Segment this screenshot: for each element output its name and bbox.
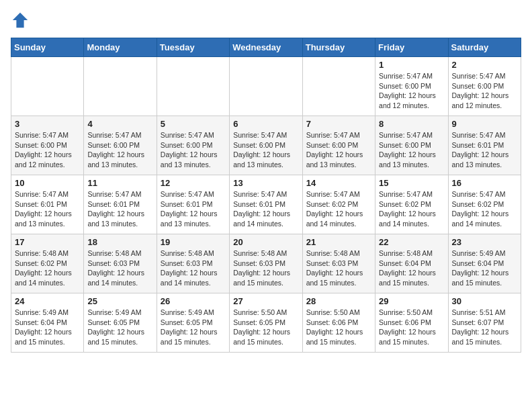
day-info: Sunrise: 5:47 AM Sunset: 6:01 PM Dayligh… — [87, 189, 152, 229]
day-number: 28 — [306, 296, 371, 306]
day-info: Sunrise: 5:47 AM Sunset: 6:00 PM Dayligh… — [379, 130, 444, 170]
day-cell: 7Sunrise: 5:47 AM Sunset: 6:00 PM Daylig… — [302, 116, 375, 175]
logo-icon — [11, 11, 30, 30]
day-number: 3 — [15, 119, 80, 129]
day-number: 30 — [452, 296, 517, 306]
day-info: Sunrise: 5:51 AM Sunset: 6:07 PM Dayligh… — [452, 308, 517, 347]
day-number: 1 — [379, 60, 444, 70]
day-info: Sunrise: 5:48 AM Sunset: 6:03 PM Dayligh… — [161, 248, 226, 288]
day-number: 14 — [306, 178, 371, 188]
weekday-header-thursday: Thursday — [302, 38, 375, 57]
week-row-3: 10Sunrise: 5:47 AM Sunset: 6:01 PM Dayli… — [11, 175, 521, 234]
day-info: Sunrise: 5:47 AM Sunset: 6:01 PM Dayligh… — [161, 189, 226, 229]
day-info: Sunrise: 5:49 AM Sunset: 6:05 PM Dayligh… — [87, 308, 152, 347]
day-number: 11 — [87, 178, 152, 188]
day-number: 29 — [379, 296, 444, 306]
day-number: 22 — [379, 237, 444, 247]
day-number: 6 — [233, 119, 298, 129]
calendar-body: 1Sunrise: 5:47 AM Sunset: 6:00 PM Daylig… — [11, 57, 521, 353]
day-info: Sunrise: 5:48 AM Sunset: 6:04 PM Dayligh… — [379, 248, 444, 288]
day-cell: 22Sunrise: 5:48 AM Sunset: 6:04 PM Dayli… — [375, 234, 448, 293]
day-cell: 4Sunrise: 5:47 AM Sunset: 6:00 PM Daylig… — [84, 116, 157, 175]
day-cell: 3Sunrise: 5:47 AM Sunset: 6:00 PM Daylig… — [11, 116, 84, 175]
day-cell: 20Sunrise: 5:48 AM Sunset: 6:03 PM Dayli… — [230, 234, 302, 293]
day-info: Sunrise: 5:48 AM Sunset: 6:03 PM Dayligh… — [87, 248, 152, 288]
logo — [11, 11, 32, 30]
day-cell: 2Sunrise: 5:47 AM Sunset: 6:00 PM Daylig… — [448, 57, 521, 116]
day-number: 27 — [233, 296, 298, 306]
week-row-4: 17Sunrise: 5:48 AM Sunset: 6:02 PM Dayli… — [11, 234, 521, 293]
day-info: Sunrise: 5:50 AM Sunset: 6:06 PM Dayligh… — [306, 308, 371, 347]
day-info: Sunrise: 5:48 AM Sunset: 6:02 PM Dayligh… — [15, 248, 80, 288]
week-row-2: 3Sunrise: 5:47 AM Sunset: 6:00 PM Daylig… — [11, 116, 521, 175]
day-number: 17 — [15, 237, 80, 247]
day-info: Sunrise: 5:48 AM Sunset: 6:03 PM Dayligh… — [306, 248, 371, 288]
day-number: 7 — [306, 119, 371, 129]
weekday-header-wednesday: Wednesday — [230, 38, 302, 57]
day-number: 8 — [379, 119, 444, 129]
day-cell — [230, 57, 302, 116]
day-number: 26 — [161, 296, 226, 306]
day-number: 23 — [452, 237, 517, 247]
day-cell: 30Sunrise: 5:51 AM Sunset: 6:07 PM Dayli… — [448, 293, 521, 353]
day-cell: 6Sunrise: 5:47 AM Sunset: 6:00 PM Daylig… — [230, 116, 302, 175]
day-cell: 26Sunrise: 5:49 AM Sunset: 6:05 PM Dayli… — [157, 293, 229, 353]
day-number: 15 — [379, 178, 444, 188]
day-number: 9 — [452, 119, 517, 129]
day-cell: 21Sunrise: 5:48 AM Sunset: 6:03 PM Dayli… — [302, 234, 375, 293]
day-info: Sunrise: 5:50 AM Sunset: 6:05 PM Dayligh… — [233, 308, 298, 347]
day-info: Sunrise: 5:49 AM Sunset: 6:05 PM Dayligh… — [161, 308, 226, 347]
day-info: Sunrise: 5:47 AM Sunset: 6:00 PM Dayligh… — [15, 130, 80, 170]
day-info: Sunrise: 5:47 AM Sunset: 6:01 PM Dayligh… — [452, 130, 517, 170]
day-number: 4 — [87, 119, 152, 129]
day-number: 21 — [306, 237, 371, 247]
day-cell: 13Sunrise: 5:47 AM Sunset: 6:01 PM Dayli… — [230, 175, 302, 234]
day-info: Sunrise: 5:47 AM Sunset: 6:00 PM Dayligh… — [452, 71, 517, 111]
day-number: 19 — [161, 237, 226, 247]
day-cell: 11Sunrise: 5:47 AM Sunset: 6:01 PM Dayli… — [84, 175, 157, 234]
day-info: Sunrise: 5:47 AM Sunset: 6:02 PM Dayligh… — [306, 189, 371, 229]
day-info: Sunrise: 5:47 AM Sunset: 6:00 PM Dayligh… — [233, 130, 298, 170]
week-row-1: 1Sunrise: 5:47 AM Sunset: 6:00 PM Daylig… — [11, 57, 521, 116]
day-info: Sunrise: 5:47 AM Sunset: 6:01 PM Dayligh… — [233, 189, 298, 229]
day-cell: 9Sunrise: 5:47 AM Sunset: 6:01 PM Daylig… — [448, 116, 521, 175]
weekday-header-friday: Friday — [375, 38, 448, 57]
day-number: 16 — [452, 178, 517, 188]
day-number: 13 — [233, 178, 298, 188]
weekday-header-sunday: Sunday — [11, 38, 84, 57]
day-info: Sunrise: 5:50 AM Sunset: 6:06 PM Dayligh… — [379, 308, 444, 347]
day-info: Sunrise: 5:47 AM Sunset: 6:02 PM Dayligh… — [452, 189, 517, 229]
day-cell: 10Sunrise: 5:47 AM Sunset: 6:01 PM Dayli… — [11, 175, 84, 234]
day-info: Sunrise: 5:49 AM Sunset: 6:04 PM Dayligh… — [15, 308, 80, 347]
weekday-header-tuesday: Tuesday — [157, 38, 229, 57]
day-cell: 29Sunrise: 5:50 AM Sunset: 6:06 PM Dayli… — [375, 293, 448, 353]
weekday-header-monday: Monday — [84, 38, 157, 57]
calendar-table: SundayMondayTuesdayWednesdayThursdayFrid… — [11, 38, 521, 353]
weekday-header-saturday: Saturday — [448, 38, 521, 57]
day-cell — [302, 57, 375, 116]
day-cell: 15Sunrise: 5:47 AM Sunset: 6:02 PM Dayli… — [375, 175, 448, 234]
day-cell: 28Sunrise: 5:50 AM Sunset: 6:06 PM Dayli… — [302, 293, 375, 353]
day-cell: 1Sunrise: 5:47 AM Sunset: 6:00 PM Daylig… — [375, 57, 448, 116]
day-info: Sunrise: 5:47 AM Sunset: 6:01 PM Dayligh… — [15, 189, 80, 229]
day-cell: 18Sunrise: 5:48 AM Sunset: 6:03 PM Dayli… — [84, 234, 157, 293]
calendar-header: SundayMondayTuesdayWednesdayThursdayFrid… — [11, 38, 521, 57]
day-cell — [157, 57, 229, 116]
day-cell: 17Sunrise: 5:48 AM Sunset: 6:02 PM Dayli… — [11, 234, 84, 293]
day-cell: 19Sunrise: 5:48 AM Sunset: 6:03 PM Dayli… — [157, 234, 229, 293]
day-cell: 27Sunrise: 5:50 AM Sunset: 6:05 PM Dayli… — [230, 293, 302, 353]
day-cell — [84, 57, 157, 116]
day-cell: 24Sunrise: 5:49 AM Sunset: 6:04 PM Dayli… — [11, 293, 84, 353]
day-cell: 12Sunrise: 5:47 AM Sunset: 6:01 PM Dayli… — [157, 175, 229, 234]
day-cell — [11, 57, 84, 116]
day-cell: 5Sunrise: 5:47 AM Sunset: 6:00 PM Daylig… — [157, 116, 229, 175]
day-info: Sunrise: 5:48 AM Sunset: 6:03 PM Dayligh… — [233, 248, 298, 288]
day-info: Sunrise: 5:47 AM Sunset: 6:00 PM Dayligh… — [87, 130, 152, 170]
day-cell: 16Sunrise: 5:47 AM Sunset: 6:02 PM Dayli… — [448, 175, 521, 234]
day-info: Sunrise: 5:47 AM Sunset: 6:00 PM Dayligh… — [306, 130, 371, 170]
day-info: Sunrise: 5:47 AM Sunset: 6:00 PM Dayligh… — [379, 71, 444, 111]
day-info: Sunrise: 5:47 AM Sunset: 6:02 PM Dayligh… — [379, 189, 444, 229]
day-number: 5 — [161, 119, 226, 129]
day-info: Sunrise: 5:47 AM Sunset: 6:00 PM Dayligh… — [161, 130, 226, 170]
day-number: 2 — [452, 60, 517, 70]
